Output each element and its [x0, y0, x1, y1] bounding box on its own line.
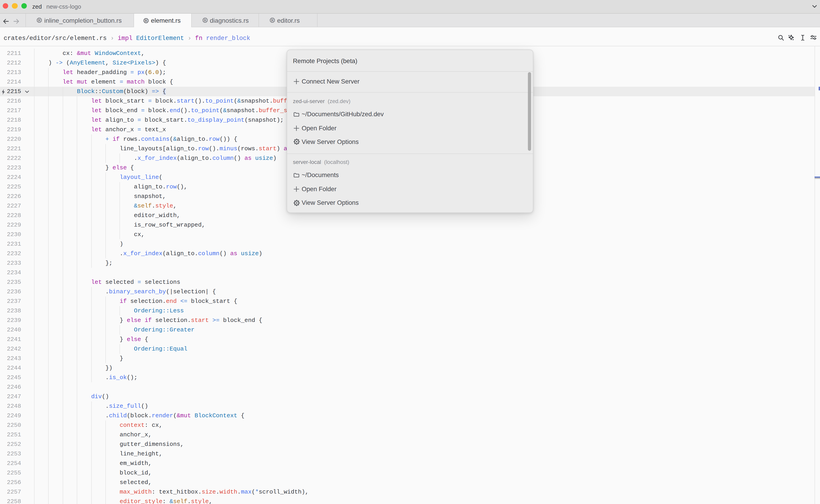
svg-text:R: R — [38, 18, 41, 22]
svg-text:R: R — [145, 19, 147, 22]
svg-text:R: R — [271, 18, 274, 22]
svg-text:R: R — [204, 18, 206, 22]
